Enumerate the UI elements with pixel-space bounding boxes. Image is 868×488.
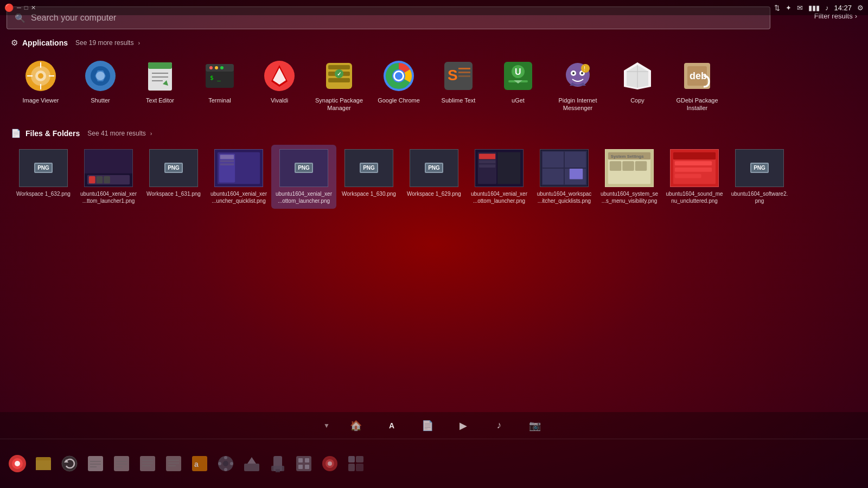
- taskbar-text1-icon[interactable]: [84, 452, 107, 476]
- vivaldi-icon: [263, 60, 296, 92]
- svg-rect-139: [356, 456, 363, 463]
- mail-icon[interactable]: ✉: [797, 4, 803, 12]
- svg-point-33: [395, 72, 403, 80]
- taskbar-video-icon[interactable]: ▶: [454, 416, 473, 435]
- taskbar-restart-icon[interactable]: [58, 452, 81, 476]
- files-see-more[interactable]: See 41 more results: [87, 130, 145, 137]
- svg-text:$ _: $ _: [210, 74, 221, 81]
- taskbar-apps: a: [0, 439, 868, 488]
- app-item-text-editor[interactable]: Text Editor: [130, 54, 190, 118]
- files-section-icon: 📄: [11, 129, 21, 138]
- taskbar-dropdown-icon[interactable]: ▼: [323, 422, 330, 429]
- taskbar-text4-icon[interactable]: [162, 452, 186, 476]
- bluetooth-icon[interactable]: ✦: [786, 4, 792, 12]
- taskbar-apps-icon[interactable]: A: [382, 416, 401, 435]
- taskbar-home-icon[interactable]: 🏠: [346, 416, 366, 435]
- file-item-workspace632[interactable]: PNG Workspace 1_632.png: [11, 145, 76, 209]
- app-item-synaptic[interactable]: ✓ Synaptic Package Manager: [309, 54, 369, 118]
- uget-icon: U: [502, 60, 534, 92]
- taskbar-unity2-icon[interactable]: [318, 452, 342, 476]
- sublime-icon: S: [442, 60, 475, 92]
- svg-rect-71: [479, 164, 495, 168]
- file-item-ubuntu2[interactable]: ubuntu1604_xenial_xer...uncher_quicklist…: [206, 145, 271, 209]
- taskbar-music-icon[interactable]: ♪: [489, 416, 509, 435]
- app-name-terminal: Terminal: [208, 97, 231, 104]
- app-item-vivaldi[interactable]: Vivaldi: [250, 54, 309, 118]
- svg-rect-75: [542, 151, 564, 167]
- file-item-ubuntu4[interactable]: ubuntu1604_xenial_xer...ottom_launcher.p…: [467, 145, 532, 209]
- volume-icon[interactable]: ♪: [825, 4, 829, 12]
- file-name-ubuntu7: ubuntu1604_sound_menu_uncluttered.png: [666, 190, 723, 204]
- taskbar-text3-icon[interactable]: [136, 452, 159, 476]
- min-icon[interactable]: ─: [17, 4, 21, 11]
- taskbar-unity-icon[interactable]: [5, 452, 29, 476]
- applications-section-icon: ⚙: [11, 38, 18, 48]
- app-item-pidgin[interactable]: ! Pidgin Internet Messenger: [548, 54, 608, 118]
- taskbar-text2-icon[interactable]: [110, 452, 133, 476]
- file-item-workspace629[interactable]: PNG Workspace 1_629.png: [401, 145, 467, 209]
- app-name-copy: Copy: [630, 97, 644, 104]
- file-thumb-ubuntu8: PNG: [735, 149, 784, 187]
- file-thumb-workspace629: PNG: [410, 149, 458, 187]
- svg-rect-132: [305, 458, 309, 463]
- svg-text:a: a: [194, 460, 199, 468]
- svg-rect-89: [673, 152, 716, 159]
- applications-see-more[interactable]: See 19 more results: [75, 39, 133, 47]
- taskbar-workspace2-icon[interactable]: [344, 452, 368, 476]
- app-item-copy[interactable]: Copy: [608, 54, 667, 118]
- svg-point-48: [581, 72, 583, 74]
- app-item-gdebi[interactable]: deb GDebi Package Installer: [667, 54, 727, 118]
- svg-rect-69: [479, 153, 495, 159]
- svg-marker-126: [247, 457, 256, 464]
- file-name-workspace629: Workspace 1_629.png: [407, 190, 461, 197]
- settings-icon[interactable]: ⚙: [857, 4, 864, 12]
- taskbar-amazon-icon[interactable]: a: [188, 452, 212, 476]
- svg-rect-130: [296, 456, 311, 471]
- files-see-more-arrow[interactable]: ›: [150, 130, 152, 137]
- taskbar-files-app-icon[interactable]: [31, 452, 55, 476]
- app-item-sublime[interactable]: S Sublime Text: [429, 54, 488, 118]
- network-icon[interactable]: ⇅: [774, 4, 780, 12]
- files-grid: PNG Workspace 1_632.png ubuntu1604_xenia…: [11, 145, 857, 209]
- taskbar-photos-icon[interactable]: 📷: [525, 416, 545, 435]
- svg-rect-84: [610, 161, 622, 171]
- file-name-workspace631: Workspace 1_631.png: [146, 190, 201, 197]
- battery-icon[interactable]: ▮▮▮: [808, 4, 820, 12]
- app-item-uget[interactable]: U uGet: [488, 54, 548, 118]
- svg-rect-129: [276, 469, 280, 472]
- svg-point-123: [218, 462, 221, 465]
- file-name-ubuntu1: ubuntu1604_xenial_xer...ttom_launcher1.p…: [80, 190, 137, 204]
- svg-rect-66: [220, 163, 234, 165]
- app-item-image-viewer[interactable]: Image Viewer: [11, 54, 71, 118]
- taskbar-usb-icon[interactable]: [266, 452, 290, 476]
- file-item-ubuntu3[interactable]: PNG ubuntu1604_xenial_xer...ottom_launch…: [271, 145, 336, 209]
- app-item-terminal[interactable]: $ _ Terminal: [190, 54, 250, 118]
- file-item-ubuntu8[interactable]: PNG ubuntu1604_software2.png: [727, 145, 792, 209]
- file-item-ubuntu5[interactable]: ubuntu1604_workspac...itcher_quicklists.…: [532, 145, 597, 209]
- close-icon[interactable]: ✕: [31, 4, 36, 11]
- taskbar-more1-icon[interactable]: [292, 452, 316, 476]
- svg-rect-58: [89, 176, 95, 183]
- taskbar-install-icon[interactable]: [240, 452, 264, 476]
- file-item-ubuntu7[interactable]: ubuntu1604_sound_menu_uncluttered.png: [662, 145, 727, 209]
- app-item-shutter[interactable]: Shutter: [71, 54, 130, 118]
- file-item-ubuntu1[interactable]: ubuntu1604_xenial_xer...ttom_launcher1.p…: [76, 145, 141, 209]
- file-thumb-ubuntu1: [84, 149, 133, 187]
- file-name-ubuntu6: ubuntu1604_system_se...s_menu_visibility…: [601, 190, 658, 204]
- file-item-ubuntu6[interactable]: System Settings ubuntu1604_system_se...s…: [597, 145, 662, 209]
- svg-rect-56: [85, 149, 132, 173]
- applications-see-more-arrow[interactable]: ›: [138, 40, 140, 46]
- svg-rect-131: [298, 458, 303, 463]
- file-item-workspace630[interactable]: PNG Workspace 1_630.png: [336, 145, 401, 209]
- app-name-image-viewer: Image Viewer: [22, 97, 59, 104]
- ubuntu-logo-icon[interactable]: 🔴: [4, 3, 14, 12]
- files-section-title: Files & Folders: [25, 129, 80, 138]
- app-name-text-editor: Text Editor: [146, 97, 174, 104]
- taskbar-settings2-icon[interactable]: [214, 452, 238, 476]
- app-item-chrome[interactable]: Google Chrome: [369, 54, 429, 118]
- svg-point-49: [581, 64, 590, 73]
- svg-rect-101: [88, 456, 103, 471]
- max-icon[interactable]: □: [24, 4, 28, 11]
- taskbar-files-icon[interactable]: 📄: [418, 416, 437, 435]
- file-item-workspace631[interactable]: PNG Workspace 1_631.png: [141, 145, 206, 209]
